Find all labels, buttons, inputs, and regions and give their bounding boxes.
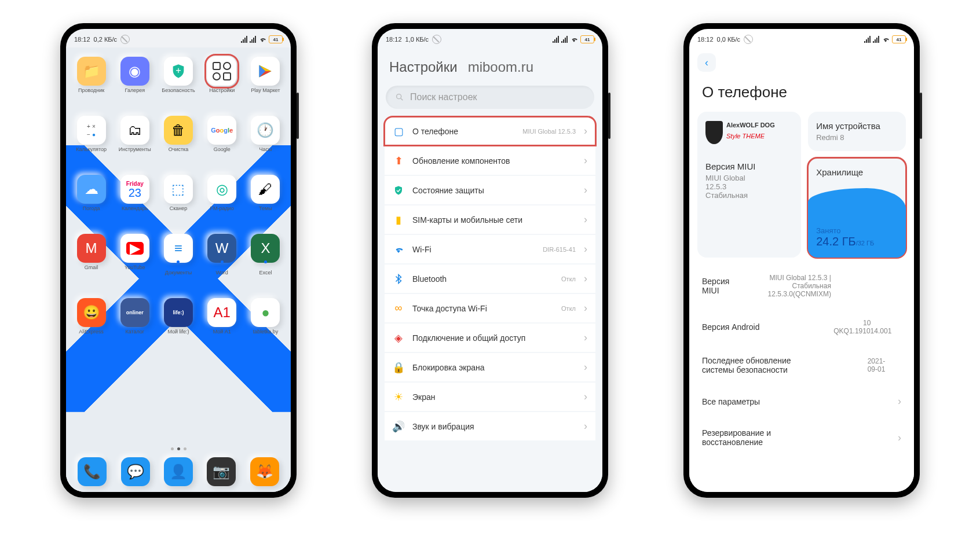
app-погода[interactable]: ☁Погода xyxy=(71,175,112,218)
app-проводник[interactable]: 📁Проводник xyxy=(71,57,112,100)
dock-firefox[interactable]: 🦊 xyxy=(250,457,279,486)
setting-row-bluetooth[interactable]: BluetoothОткл› xyxy=(385,265,595,293)
setting-row-звук-и-вибрация[interactable]: 🔊Звук и вибрация› xyxy=(385,412,595,440)
device-name-label: Имя устройства xyxy=(816,121,898,131)
setting-row-о-телефоне[interactable]: ▢О телефонеMIUI Global 12.5.3› xyxy=(385,117,595,145)
setting-row-wi-fi[interactable]: Wi-FiDIR-615-41› xyxy=(385,235,595,263)
setting-row-sim-карты-и-мобильные-сети[interactable]: ▮SIM-карты и мобильные сети› xyxy=(385,205,595,234)
info-label: Все параметры xyxy=(702,397,760,406)
app-очистка[interactable]: 🗑Очистка xyxy=(158,116,199,159)
status-time: 18:12 xyxy=(386,36,402,43)
app-icon xyxy=(251,57,280,86)
app-label: Gmail xyxy=(85,265,98,277)
info-row-версия-miui[interactable]: Версия MIUIMIUI Global 12.5.3 | Стабильн… xyxy=(702,263,901,308)
dock-camera[interactable]: 📷 xyxy=(207,457,236,486)
app-google[interactable]: GoogleGoogle xyxy=(202,116,243,159)
app-калькулятор[interactable]: +×−●Калькулятор xyxy=(71,116,112,159)
setting-label: SIM-карты и мобильные сети xyxy=(412,215,576,225)
app-gmail[interactable]: MGmail xyxy=(71,234,112,282)
search-input[interactable]: Поиск настроек xyxy=(386,86,594,109)
setting-row-блокировка-экрана[interactable]: 🔒Блокировка экрана› xyxy=(385,353,595,381)
info-label: Версия MIUI xyxy=(702,277,745,295)
app-безопасность[interactable]: +Безопасность xyxy=(158,57,199,100)
theme-miui-card[interactable]: AlexWOLF DOG Style THEME Версия MIUI MIU… xyxy=(697,112,801,258)
setting-row-экран[interactable]: ☀Экран› xyxy=(385,383,595,411)
info-value: 2021-09-01 xyxy=(866,357,886,373)
chevron-right-icon: › xyxy=(584,273,587,285)
app-документы[interactable]: ≡Документы xyxy=(158,234,199,282)
setting-label: Экран xyxy=(412,392,576,402)
info-value: 10 QKQ1.191014.001 xyxy=(833,319,871,335)
miui-version-val3: Стабильная xyxy=(705,191,793,200)
chevron-right-icon: › xyxy=(584,332,587,344)
device-name-card[interactable]: Имя устройства Redmi 8 xyxy=(808,112,906,151)
app-icon: life:) xyxy=(164,298,193,327)
app-icon: 🖌 xyxy=(251,175,280,204)
info-row-последнее-обновление-системы-безопасности[interactable]: Последнее обновление системы безопасност… xyxy=(702,346,901,385)
app-icon: M xyxy=(77,234,106,263)
app-календарь[interactable]: Friday23Календарь xyxy=(114,175,155,218)
dock-messages[interactable]: 💬 xyxy=(121,457,150,486)
app-галерея[interactable]: ◉Галерея xyxy=(114,57,155,100)
info-row-резервирование-и-восстановление[interactable]: Резервирование и восстановление› xyxy=(702,418,901,457)
info-label: Резервирование и восстановление xyxy=(702,428,811,447)
app-icon: A1 xyxy=(207,298,236,327)
page-title: О телефоне xyxy=(689,78,914,112)
app-icon: 😀 xyxy=(77,298,106,327)
app-word[interactable]: WWord xyxy=(202,234,243,282)
device-name-value: Redmi 8 xyxy=(816,133,898,142)
app-темы[interactable]: 🖌Темы xyxy=(245,175,286,218)
miui-version-label: Версия MIUI xyxy=(705,161,793,171)
back-button[interactable]: ‹ xyxy=(697,53,716,72)
app-инструменты[interactable]: 🗂Инструменты xyxy=(114,116,155,159)
app-label: Проводник xyxy=(78,88,104,100)
dock-phone[interactable]: 📞 xyxy=(78,457,107,486)
chevron-right-icon: › xyxy=(584,420,587,432)
info-list: Версия MIUIMIUI Global 12.5.3 | Стабильн… xyxy=(689,258,914,463)
storage-card[interactable]: Хранилище Занято 24.2 ГБ/32 ГБ xyxy=(808,158,906,258)
app-tabletka.by[interactable]: ●tabletka.by xyxy=(245,298,286,341)
app-сканер[interactable]: ⬚Сканер xyxy=(158,175,199,218)
app-label: tabletka.by xyxy=(253,329,279,341)
setting-row-подключение-и-общий-доступ[interactable]: ◈Подключение и общий доступ› xyxy=(385,324,595,352)
app-часы[interactable]: 🕐Часы xyxy=(245,116,286,159)
info-row-версия-android[interactable]: Версия Android10 QKQ1.191014.001 xyxy=(702,308,901,346)
app-мой-a1[interactable]: A1Мой A1 xyxy=(202,298,243,341)
page-indicator xyxy=(66,447,291,450)
svg-text:+: + xyxy=(175,65,181,75)
app-icon: ▶ xyxy=(120,234,149,263)
battery-icon: 41 xyxy=(269,35,283,43)
app-play-маркет[interactable]: Play Маркет xyxy=(245,57,286,100)
setting-row-состояние-защиты[interactable]: Состояние защиты› xyxy=(385,176,595,204)
app-icon: + xyxy=(164,57,193,86)
miui-version-val: MIUI Global xyxy=(705,174,793,182)
setting-row-обновление-компонентов[interactable]: ⬆Обновление компонентов› xyxy=(385,146,595,175)
dock-contacts[interactable]: 👤 xyxy=(164,457,193,486)
app-label: Часы xyxy=(259,147,272,159)
chevron-right-icon: › xyxy=(584,184,587,196)
battery-icon: 41 xyxy=(580,35,594,43)
app-fm-радио[interactable]: ◎FM-радио xyxy=(202,175,243,218)
info-row-все-параметры[interactable]: Все параметры› xyxy=(702,385,901,418)
setting-label: Wi-Fi xyxy=(412,245,535,254)
wifi-icon xyxy=(258,35,266,43)
chevron-right-icon: › xyxy=(584,125,587,137)
battery-icon: 41 xyxy=(892,35,906,43)
svg-point-1 xyxy=(397,94,401,99)
app-мой-life:)[interactable]: life:)Мой life:) xyxy=(158,298,199,341)
app-настройки[interactable]: Настройки xyxy=(202,57,243,100)
app-icon: 📁 xyxy=(77,57,106,86)
app-aliexpress[interactable]: 😀AliExpress xyxy=(71,298,112,341)
app-excel[interactable]: XExcel xyxy=(245,234,286,282)
status-time: 18:12 xyxy=(697,36,714,43)
storage-used-value: 24.2 ГБ xyxy=(816,235,855,248)
info-value: MIUI Global 12.5.3 | Стабильная 12.5.3.0… xyxy=(745,274,831,298)
status-speed: 1,0 КБ/с xyxy=(405,36,429,43)
dock: 📞💬👤📷🦊 xyxy=(66,457,291,486)
app-каталог[interactable]: onlinerКаталог xyxy=(114,298,155,341)
app-youtube[interactable]: ▶YouTube xyxy=(114,234,155,282)
app-icon: 🗑 xyxy=(164,116,193,145)
setting-row-точка-доступа-wi-fi[interactable]: ∞Точка доступа Wi-FiОткл› xyxy=(385,294,595,322)
phone-about: 18:12 0,0 КБ/с 41 ‹ О телефоне AlexWOL xyxy=(683,23,920,498)
status-bar: 18:12 0,2 КБ/с 41 xyxy=(66,29,291,47)
